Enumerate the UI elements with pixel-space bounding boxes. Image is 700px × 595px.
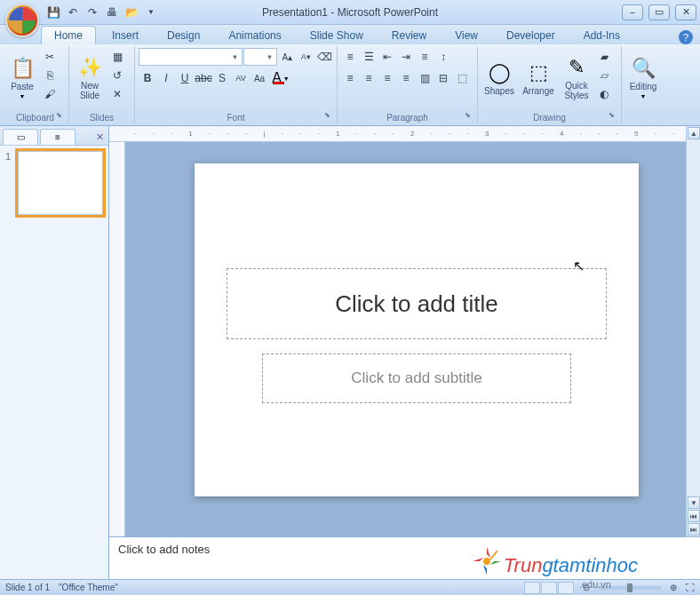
clipboard-launcher[interactable]: ⬊ [56, 111, 67, 122]
font-launcher[interactable]: ⬊ [324, 111, 335, 122]
prev-slide-icon[interactable]: ⏮ [688, 510, 700, 522]
tab-insert[interactable]: Insert [99, 27, 151, 44]
drawing-launcher[interactable]: ⬊ [609, 111, 619, 122]
thumbnail-preview [18, 151, 103, 215]
undo-icon[interactable]: ↶ [64, 4, 82, 21]
font-size-combo[interactable]: ▼ [243, 48, 277, 66]
tab-slideshow[interactable]: Slide Show [298, 27, 376, 44]
char-spacing-icon[interactable]: AV [232, 69, 250, 87]
tab-addins[interactable]: Add-Ins [571, 27, 632, 44]
scroll-up-icon[interactable]: ▲ [688, 127, 700, 139]
vertical-ruler[interactable] [109, 142, 125, 536]
shapes-button[interactable]: ◯ Shapes [481, 48, 517, 108]
font-name-combo[interactable]: ▼ [139, 48, 243, 66]
strike-button[interactable]: abc [195, 69, 212, 87]
zoom-out-icon[interactable]: ⊖ [583, 583, 590, 592]
tab-view[interactable]: View [442, 27, 490, 44]
clear-format-icon[interactable]: ⌫ [315, 48, 333, 66]
underline-button[interactable]: U [176, 69, 194, 87]
quick-styles-button[interactable]: ✎ Quick Styles [560, 48, 593, 108]
group-paragraph: ≡ ☰ ⇤ ⇥ ≡ ↕ ≡ ≡ ≡ ≡ ▥ ⊟ ⬚ Paragraph ⬊ [338, 46, 478, 123]
zoom-in-icon[interactable]: ⊕ [670, 583, 677, 592]
tab-home[interactable]: Home [41, 26, 96, 44]
slide[interactable]: Click to add title Click to add subtitle… [195, 163, 639, 496]
paragraph-launcher[interactable]: ⬊ [465, 111, 475, 122]
editing-button[interactable]: 🔍 Editing ▼ [625, 48, 661, 108]
print-icon[interactable]: 🖶 [103, 4, 121, 21]
save-icon[interactable]: 💾 [44, 4, 62, 21]
slideshow-view-button[interactable] [558, 582, 574, 594]
workspace: ▭ ≡ ✕ 1 · · · 1 · · · | · · · 1 · · · 2 … [0, 126, 700, 579]
indent-decrease-icon[interactable]: ⇤ [378, 48, 396, 66]
tab-developer[interactable]: Developer [494, 27, 568, 44]
minimize-button[interactable]: − [622, 4, 643, 20]
subtitle-placeholder[interactable]: Click to add subtitle [262, 353, 571, 403]
zoom-slider[interactable] [599, 586, 661, 590]
redo-icon[interactable]: ↷ [84, 4, 101, 21]
office-button[interactable] [5, 4, 39, 37]
help-icon[interactable]: ? [679, 30, 693, 44]
title-bar: 💾 ↶ ↷ 🖶 📂 ▼ Presentation1 - Microsoft Po… [0, 0, 700, 25]
slides-tab[interactable]: ▭ [3, 129, 38, 145]
status-bar: Slide 1 of 1 "Office Theme" ⊖ ⊕ ⛶ [0, 579, 700, 595]
cut-icon[interactable]: ✂ [41, 48, 59, 66]
slide-thumbnail[interactable]: 1 [5, 151, 103, 215]
tab-design[interactable]: Design [155, 27, 212, 44]
align-left-icon[interactable]: ≡ [341, 69, 359, 87]
shape-effects-icon[interactable]: ◐ [595, 85, 613, 103]
scroll-down-icon[interactable]: ▼ [688, 496, 700, 509]
tab-animations[interactable]: Animations [216, 27, 293, 44]
bullets-icon[interactable]: ≡ [341, 48, 359, 66]
fit-window-icon[interactable]: ⛶ [686, 583, 695, 592]
tab-review[interactable]: Review [379, 27, 439, 44]
paste-button[interactable]: 📋 Paste ▼ [5, 48, 39, 108]
shapes-icon: ◯ [489, 61, 511, 84]
bold-button[interactable]: B [139, 69, 156, 87]
sorter-view-button[interactable] [541, 582, 557, 594]
delete-slide-icon[interactable]: ✕ [108, 85, 126, 103]
shape-fill-icon[interactable]: ▰ [595, 48, 613, 66]
new-slide-button[interactable]: ✨ New Slide [73, 48, 107, 108]
format-painter-icon[interactable]: 🖌 [41, 85, 59, 103]
shape-outline-icon[interactable]: ▱ [595, 67, 613, 84]
qat-dropdown-icon[interactable]: ▼ [142, 4, 160, 21]
shadow-button[interactable]: S [213, 69, 231, 87]
copy-icon[interactable]: ⎘ [41, 67, 59, 84]
italic-button[interactable]: I [157, 69, 175, 87]
columns-icon[interactable]: ▥ [416, 69, 434, 87]
justify-icon[interactable]: ≡ [397, 69, 415, 87]
line-spacing-icon[interactable]: ≡ [416, 48, 434, 66]
new-slide-icon: ✨ [78, 56, 102, 79]
grow-font-icon[interactable]: A▴ [278, 48, 296, 66]
next-slide-icon[interactable]: ⏭ [688, 523, 700, 536]
arrange-icon: ⬚ [529, 61, 548, 84]
title-placeholder[interactable]: Click to add title [227, 268, 607, 339]
reset-icon[interactable]: ↺ [108, 67, 126, 84]
horizontal-ruler[interactable]: · · · 1 · · · | · · · 1 · · · 2 · · · 3 … [109, 126, 700, 142]
chevron-down-icon: ▼ [232, 53, 239, 61]
quick-access-toolbar: 💾 ↶ ↷ 🖶 📂 ▼ [44, 4, 160, 21]
notes-pane[interactable]: Click to add notes [109, 536, 700, 579]
layout-icon[interactable]: ▦ [108, 48, 126, 66]
numbering-icon[interactable]: ☰ [360, 48, 378, 66]
normal-view-button[interactable] [524, 582, 540, 594]
panel-close-icon[interactable]: ✕ [94, 130, 106, 145]
align-text-icon[interactable]: ⊟ [434, 69, 452, 87]
align-right-icon[interactable]: ≡ [378, 69, 396, 87]
restore-button[interactable]: ▭ [648, 4, 670, 20]
text-direction-icon[interactable]: ↕ [434, 48, 452, 66]
vertical-scrollbar[interactable]: ▲ ▼ ⏮ ⏭ [686, 126, 700, 536]
close-button[interactable]: ✕ [675, 4, 696, 20]
indent-increase-icon[interactable]: ⇥ [397, 48, 415, 66]
smartart-icon[interactable]: ⬚ [453, 69, 471, 87]
arrange-button[interactable]: ⬚ Arrange [519, 48, 558, 108]
group-clipboard: 📋 Paste ▼ ✂ ⎘ 🖌 Clipboard ⬊ [2, 46, 69, 123]
align-center-icon[interactable]: ≡ [360, 69, 378, 87]
shrink-font-icon[interactable]: A▾ [297, 48, 314, 66]
font-color-button[interactable]: A▼ [269, 69, 292, 87]
outline-tab[interactable]: ≡ [40, 129, 76, 145]
open-icon[interactable]: 📂 [123, 4, 140, 21]
slide-canvas[interactable]: Click to add title Click to add subtitle… [125, 142, 700, 536]
change-case-icon[interactable]: Aa [251, 69, 268, 87]
edit-area: · · · 1 · · · | · · · 1 · · · 2 · · · 3 … [109, 126, 700, 579]
